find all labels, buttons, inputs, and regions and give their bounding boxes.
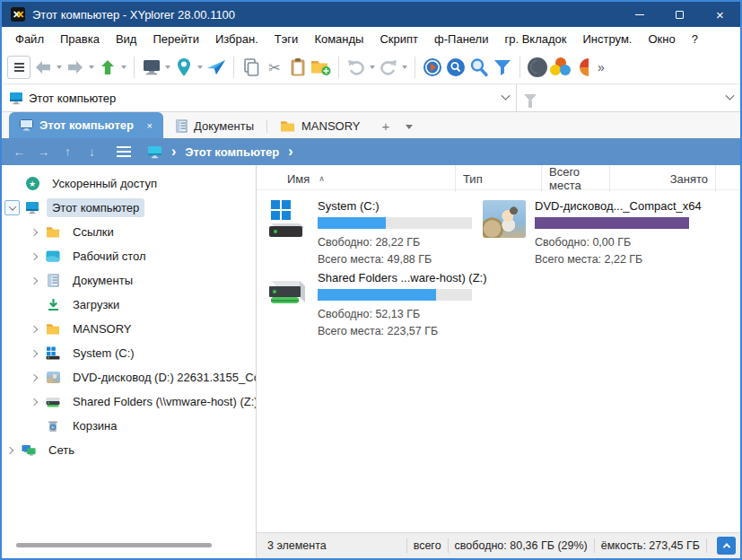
tab-this-pc[interactable]: Этот компьютер × [9, 112, 163, 138]
tree-item-downloads[interactable]: Загрузки [2, 293, 256, 317]
tab-mansory[interactable]: MANSORY [267, 114, 373, 138]
breadcrumb-current[interactable]: Этот компьютер [185, 145, 279, 159]
up-button[interactable] [97, 56, 118, 79]
menu-help[interactable]: ? [684, 29, 706, 49]
dark-mode-button[interactable] [527, 56, 548, 79]
tree-item-links[interactable]: Ссылки [2, 220, 256, 244]
location-pin-button[interactable] [173, 56, 195, 79]
menu-tabsets[interactable]: гр. Вкладок [496, 29, 574, 49]
menu-window[interactable]: Окно [640, 29, 683, 49]
redo-dropdown-caret[interactable] [402, 66, 407, 69]
minimize-button[interactable] [619, 2, 659, 27]
column-name[interactable]: Имя ∧ [257, 165, 456, 192]
crumb-down-icon[interactable]: ↓ [80, 144, 104, 159]
drive-item-dvd[interactable]: DVD-дисковод..._Compact_x64 Свободно: 0,… [483, 198, 740, 270]
color-filter-button[interactable] [550, 56, 572, 79]
tab-documents[interactable]: Документы [163, 114, 266, 138]
back-button[interactable] [32, 56, 54, 79]
tree-item-network[interactable]: Сеть [2, 438, 256, 462]
breadcrumb-computer-icon[interactable] [147, 145, 162, 159]
column-total-space[interactable]: Всего места [542, 165, 610, 192]
tab-label: Документы [194, 119, 254, 133]
column-used[interactable]: Занято [610, 165, 716, 192]
filter-box[interactable] [517, 84, 740, 111]
tree-item-documents[interactable]: Документы [2, 268, 256, 293]
cut-button[interactable]: ✂ [264, 56, 285, 79]
tree-item-dvd-drive[interactable]: DVD-дисковод (D:) 22631.3155_Compa [2, 365, 256, 389]
maximize-icon [676, 11, 684, 19]
undo-dropdown-caret[interactable] [370, 66, 375, 69]
undo-button[interactable] [345, 56, 367, 79]
tree-item-quick-access[interactable]: ★ Ускоренный доступ [2, 171, 256, 196]
menu-tools[interactable]: Инструм. [575, 29, 641, 49]
address-bar[interactable]: Этот компьютер [2, 84, 517, 111]
up-dropdown-caret[interactable] [121, 66, 127, 69]
menu-scripting[interactable]: Скрипт [371, 29, 426, 49]
new-folder-button[interactable] [310, 56, 332, 79]
drive-item-system-c[interactable]: System (C:) Свободно: 28,22 ГБ Всего мес… [266, 198, 483, 270]
menu-commands[interactable]: Команды [306, 29, 371, 49]
chevron-right-icon[interactable] [31, 398, 38, 405]
maximize-button[interactable] [659, 2, 700, 27]
statusbar-expand-button[interactable] [717, 537, 736, 555]
forward-button[interactable] [65, 56, 86, 79]
chevron-down-icon[interactable] [4, 200, 20, 215]
menu-file[interactable]: Файл [7, 29, 52, 49]
chevron-right-icon[interactable] [31, 228, 38, 235]
menu-favorites[interactable]: Избран. [207, 29, 266, 49]
tree-item-mansory[interactable]: MANSORY [2, 317, 256, 341]
breadcrumb-menu-icon[interactable] [117, 151, 131, 153]
computer-button[interactable] [141, 56, 162, 79]
drive-item-shared-folders[interactable]: Shared Folders ...ware-host) (Z:) Свобод… [266, 270, 483, 342]
menu-go[interactable]: Перейти [144, 29, 207, 49]
breadcrumb-chevron[interactable]: › [279, 144, 301, 160]
filter-button[interactable] [492, 56, 513, 79]
tab-label: MANSORY [301, 119, 361, 133]
filter-dropdown-caret[interactable] [726, 91, 735, 100]
crumb-back-icon[interactable]: ← [7, 144, 31, 159]
chevron-right-icon[interactable] [31, 276, 38, 284]
close-button[interactable]: × [700, 2, 740, 27]
chevron-right-icon[interactable] [31, 325, 38, 332]
toolbar-overflow-chevron[interactable]: » [598, 60, 605, 74]
menu-view[interactable]: Вид [108, 29, 145, 49]
chevron-right-icon[interactable] [31, 252, 38, 259]
tree-item-this-pc[interactable]: Этот компьютер [2, 196, 256, 220]
new-tab-button[interactable]: + [373, 114, 399, 138]
copy-button[interactable] [240, 56, 262, 79]
chevron-right-icon[interactable] [31, 373, 38, 381]
window-title: Этот компьютер - XYplorer 28.00.1100 [32, 8, 235, 22]
column-type[interactable]: Тип [456, 165, 542, 192]
pin-dropdown-caret[interactable] [197, 66, 203, 69]
menu-tags[interactable]: Тэги [266, 29, 307, 49]
chevron-right-icon[interactable] [6, 446, 13, 453]
location-pin-icon [176, 57, 192, 77]
go-to-button[interactable] [205, 56, 227, 79]
tree-item-system-c[interactable]: System (C:) [2, 341, 256, 365]
drive-usage-fill [318, 217, 386, 229]
crumb-up-icon[interactable]: ↑ [56, 144, 80, 159]
address-dropdown-caret[interactable] [502, 91, 511, 100]
hotlist-button[interactable] [422, 56, 443, 79]
clipped-toolbar-button[interactable] [573, 56, 595, 79]
back-arrow-icon [34, 58, 52, 76]
forward-dropdown-caret[interactable] [89, 66, 94, 69]
tree-item-recycle-bin[interactable]: Корзина [2, 414, 256, 438]
paste-button[interactable] [287, 56, 309, 79]
search-button[interactable] [468, 56, 490, 79]
redo-button[interactable] [378, 56, 399, 79]
crumb-forward-icon[interactable]: → [31, 144, 56, 159]
menu-edit[interactable]: Правка [52, 29, 108, 49]
toolbar-menu-button[interactable] [7, 56, 31, 79]
menu-panes[interactable]: ф-Панели [426, 29, 496, 49]
hscrollbar-thumb[interactable] [16, 543, 212, 547]
chevron-right-icon[interactable] [31, 349, 38, 356]
zoom-button[interactable] [445, 56, 467, 79]
back-dropdown-caret[interactable] [57, 66, 62, 69]
tree-item-desktop[interactable]: Рабочий стол [2, 244, 256, 268]
computer-dropdown-caret[interactable] [165, 66, 170, 69]
tab-list-caret[interactable] [406, 125, 413, 129]
tree-item-shared-folders[interactable]: Shared Folders (\\vmware-host) (Z:) [2, 389, 256, 414]
xyplorer-window: ✕ ✕ Этот компьютер - XYplorer 28.00.1100… [0, 0, 742, 560]
tab-close-icon[interactable]: × [147, 120, 153, 131]
